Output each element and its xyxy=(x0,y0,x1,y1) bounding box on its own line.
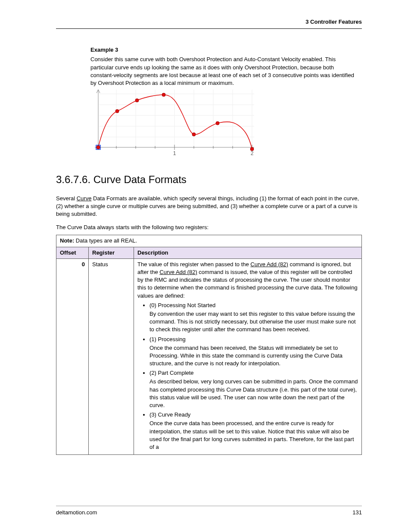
footer-page: 131 xyxy=(352,509,362,516)
svg-point-25 xyxy=(162,93,165,96)
svg-point-26 xyxy=(192,133,196,136)
curve-add-link-2[interactable]: Curve Add (82) xyxy=(159,269,197,275)
example-paragraph: Consider this same curve with both Overs… xyxy=(90,56,358,87)
list-item: (0) Processing Not Started By convention… xyxy=(149,302,358,334)
list-item: (2) Part Complete As described below, ve… xyxy=(149,369,358,409)
svg-point-27 xyxy=(216,121,219,125)
list-item: (1) Processing Once the command has been… xyxy=(149,336,358,368)
page-header: 3 Controller Features xyxy=(56,18,362,29)
cell-description: The value of this register when passed t… xyxy=(134,258,362,454)
example-title: Example 3 xyxy=(90,46,358,54)
curve-link[interactable]: Curve xyxy=(77,195,92,202)
svg-point-23 xyxy=(115,109,119,113)
list-item: (3) Curve Ready Once the curve data has … xyxy=(149,411,358,451)
col-offset: Offset xyxy=(56,247,89,258)
table-row: 0 Status The value of this register when… xyxy=(56,258,362,454)
status-value-list: (0) Processing Not Started By convention… xyxy=(137,302,358,451)
table-header-row: Offset Register Description xyxy=(56,247,362,258)
svg-point-30 xyxy=(97,146,100,149)
note-text: Data types are all REAL. xyxy=(74,237,137,244)
x-tick-2: 2 xyxy=(251,150,254,156)
footer-site: deltamotion.com xyxy=(56,509,97,516)
example-section: Example 3 Consider this same curve with … xyxy=(90,46,358,159)
svg-point-24 xyxy=(135,99,139,102)
registers-table: Note: Data types are all REAL. Offset Re… xyxy=(56,235,362,455)
note-label: Note: xyxy=(60,237,74,244)
cell-register: Status xyxy=(89,258,134,454)
section-number: 3.6.7.6. xyxy=(56,174,90,185)
curve-chart: 1 2 xyxy=(90,90,254,159)
curve-add-link[interactable]: Curve Add (82) xyxy=(250,261,288,268)
intro-paragraph-2: The Curve Data always starts with the fo… xyxy=(56,224,362,231)
section-title: Curve Data Formats xyxy=(93,174,187,185)
x-tick-1: 1 xyxy=(173,150,176,156)
table-note-row: Note: Data types are all REAL. xyxy=(56,235,362,247)
section-heading: 3.6.7.6. Curve Data Formats xyxy=(56,172,362,187)
breadcrumb: 3 Controller Features xyxy=(305,19,362,25)
intro-paragraph-1: Several Curve Data Formats are available… xyxy=(56,195,362,218)
cell-offset: 0 xyxy=(56,258,89,454)
page-footer: deltamotion.com 131 xyxy=(56,506,362,516)
col-register: Register xyxy=(89,247,134,258)
col-description: Description xyxy=(134,247,362,258)
